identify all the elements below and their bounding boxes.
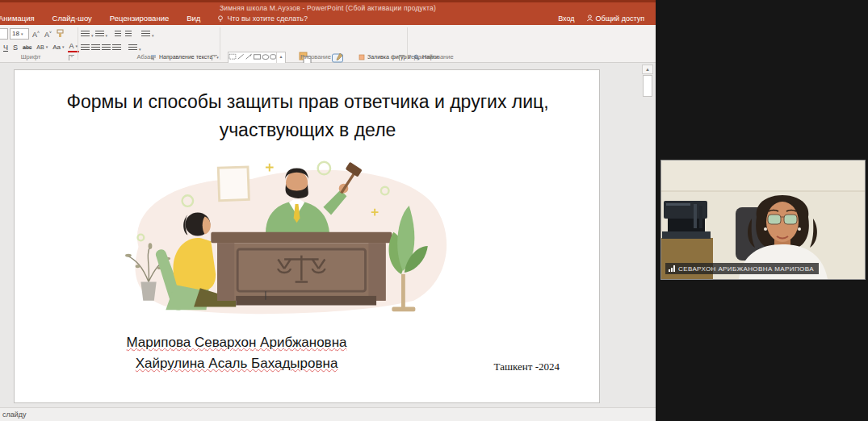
increase-indent-button[interactable] (125, 27, 134, 41)
align-justify-button[interactable] (112, 40, 121, 55)
slide-editing-area: Формы и способы защиты прав ответчика и … (0, 63, 656, 407)
strikethrough-button[interactable]: abc (21, 42, 33, 53)
authors-block[interactable]: Марипова Севархон Арибжановна Хайрулина … (63, 332, 410, 375)
font-name-input[interactable] (0, 28, 8, 40)
paragraph-group-label: Абзац (129, 53, 161, 60)
slide-title[interactable]: Формы и способы защиты прав ответчика и … (63, 88, 552, 144)
webcam-video[interactable]: СЕВАРХОН АРИБЖАНОВНА МАРИПОВА (660, 160, 866, 280)
tell-me-label: Что вы хотите сделать? (227, 15, 308, 23)
signal-bars-icon (669, 265, 675, 272)
powerpoint-window: Зимняя школа М.Ауэзов - PowerPoint (Сбой… (0, 0, 656, 421)
font-size-input[interactable]: 18 (10, 28, 29, 40)
align-center-button[interactable] (91, 40, 100, 55)
text-direction-button[interactable]: Направление текста (150, 52, 233, 62)
character-spacing-button[interactable]: АВ (35, 41, 49, 53)
judge-bench (211, 232, 412, 306)
scroll-up-icon[interactable]: ▲ (642, 65, 653, 74)
webcam-scene (661, 160, 865, 279)
share-label: Общий доступ (596, 15, 644, 23)
tell-me-box[interactable]: Что вы хотите сделать? (209, 15, 316, 23)
drawing-group-label: Рисование (297, 53, 334, 60)
tab-review[interactable]: Рецензирование (101, 11, 178, 25)
shape-fill-icon (359, 54, 365, 60)
title-bar: Зимняя школа М.Ауэзов - PowerPoint (Сбой… (0, 0, 656, 25)
underline-button[interactable]: Ч (2, 42, 10, 53)
editing-group-label: Редактирование (404, 53, 457, 60)
font-group-label: Шрифт (15, 53, 47, 60)
text-shadow-button[interactable]: S (11, 42, 19, 53)
font-dialog-launcher[interactable] (69, 55, 74, 60)
participant-name-label: СЕВАРХОН АРИБЖАНОВНА МАРИПОВА (665, 263, 819, 274)
align-right-button[interactable] (102, 40, 111, 55)
status-bar: слайду (0, 407, 656, 421)
change-case-button[interactable]: Аа (51, 41, 65, 53)
status-bar-text: слайду (2, 411, 27, 419)
participant-name: СЕВАРХОН АРИБЖАНОВНА МАРИПОВА (678, 265, 814, 273)
author-2: Хайрулина Асаль Бахадыровна (136, 356, 338, 371)
tab-animation[interactable]: Анимация (0, 11, 44, 25)
shrink-font-button[interactable]: А˅ (43, 27, 53, 40)
office-equipment (662, 201, 711, 239)
lightbulb-icon (217, 15, 224, 22)
format-painter-icon[interactable] (55, 28, 66, 39)
ribbon-tabs-row: Анимация Слайд-шоу Рецензирование Вид Чт… (0, 11, 656, 25)
align-left-button[interactable] (81, 40, 90, 55)
text-direction-label: Направление текста (159, 54, 212, 60)
sign-in-button[interactable]: Вход (558, 15, 574, 23)
person-icon (586, 15, 593, 22)
slide-canvas[interactable]: Формы и способы защиты прав ответчика и … (14, 69, 600, 403)
tab-slideshow[interactable]: Слайд-шоу (44, 11, 101, 25)
wall-frame (218, 167, 249, 201)
line-spacing-button[interactable] (141, 27, 154, 41)
numbering-button[interactable] (95, 27, 108, 41)
screen: Зимняя школа М.Ауэзов - PowerPoint (Сбой… (0, 0, 868, 421)
ribbon: 18 А˄ А˅ Ч S abc АВ Аа А Шрифт (0, 25, 656, 63)
slide-scrollbar[interactable]: ▲ (642, 65, 653, 404)
paragraph-dialog-launcher[interactable] (212, 55, 217, 60)
bullets-button[interactable] (81, 27, 94, 41)
gallery-up-icon[interactable]: ▲ (277, 52, 285, 62)
share-button[interactable]: Общий доступ (586, 15, 644, 23)
scrollbar-thumb[interactable] (643, 75, 652, 97)
author-1: Марипова Севархон Арибжановна (127, 335, 347, 350)
decrease-indent-button[interactable] (115, 27, 124, 41)
tab-view[interactable]: Вид (178, 11, 209, 25)
grow-font-button[interactable]: А˄ (31, 27, 41, 40)
courtroom-illustration[interactable] (116, 157, 457, 317)
titlebar-right: Вход Общий доступ (558, 15, 656, 23)
columns-button[interactable] (128, 40, 141, 55)
slide-footer-text[interactable]: Ташкент -2024 (494, 361, 560, 373)
